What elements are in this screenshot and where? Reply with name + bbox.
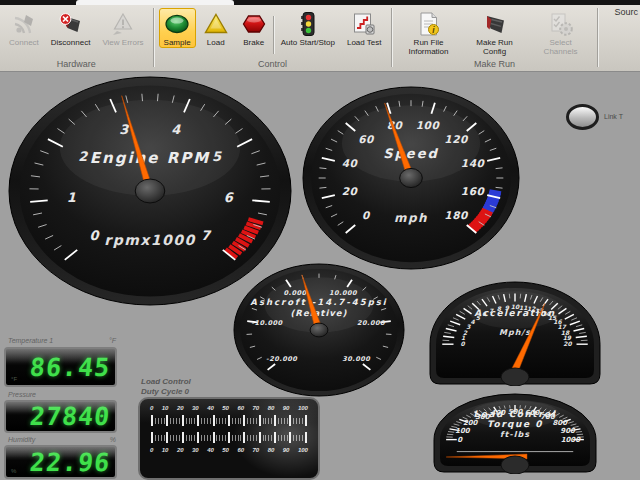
duty-tick [197,432,199,443]
display-inner-unit: % [11,468,16,474]
svg-text:6: 6 [224,190,235,205]
toolbar-separator [391,8,392,67]
speed-gauge: 020406080100120140160180Speedmph [302,86,520,270]
svg-text:100: 100 [455,427,471,435]
duty-tick [194,435,195,441]
auto-start-stop-button[interactable]: Auto Start/Stop [276,8,340,48]
svg-text:Acceleration: Acceleration [474,308,555,318]
svg-text:140: 140 [461,157,486,169]
toolbar-group-label: Control [155,58,391,71]
toolbar-separator [597,8,598,67]
duty-scale-number: 30 [192,405,199,411]
svg-text:(Relative): (Relative) [290,308,347,318]
pressure-gauge: -20.000-10.0000.00010.00020.00030.000Ash… [233,263,405,397]
duty-tick [179,435,180,441]
svg-text:900: 900 [560,427,576,435]
svg-text:20.000: 20.000 [357,319,386,327]
make-run-config-button[interactable]: Make Run Config [463,8,527,57]
svg-text:ft-lbs: ft-lbs [500,430,530,439]
button-label: Make Run Config [468,38,522,56]
duty-tick [155,418,156,424]
link-status-label: Link T [604,113,623,120]
humidity-value: 22.96 [28,450,116,475]
svg-text:Mph/s: Mph/s [499,328,531,337]
acceleration-gauge: 01234567891011121314151617181920Accelera… [427,276,603,386]
svg-text:Engine RPM: Engine RPM [90,149,210,167]
button-label: Load [207,38,225,47]
svg-text:60: 60 [358,133,375,145]
svg-text:Ashcroft -14.7-45psi: Ashcroft -14.7-45psi [250,297,387,307]
button-label: Auto Start/Stop [281,38,335,47]
dashboard-window: ConnectDisconnectView ErrorsHardwareSamp… [0,0,640,480]
toolbar-group-make-run: iRun File InformationMake Run ConfigSele… [393,0,597,71]
button-label: Disconnect [51,38,91,47]
load-triangle-icon [203,11,229,37]
button-label: Run File Information [402,38,456,56]
duty-tick [164,435,165,441]
svg-text:40: 40 [342,157,359,169]
svg-text:120: 120 [444,133,469,145]
load-test-button[interactable]: Load Test [342,8,387,48]
temperature-value: 86.45 [28,355,116,380]
duty-tick [207,435,208,441]
duty-tick [197,415,199,426]
duty-tick [161,435,162,441]
duty-panel-glare [233,399,320,478]
duty-tick [151,415,153,426]
svg-text:-20.000: -20.000 [266,355,298,363]
duty-tick [219,435,220,441]
svg-text:mph: mph [394,211,428,225]
humidity-display-label: Humidity % [8,436,116,443]
ribbon-tab-strip [0,0,640,5]
ribbon-toolbar: ConnectDisconnectView ErrorsHardwareSamp… [0,0,640,72]
duty-scale-number: 20 [177,447,184,453]
brake-button[interactable]: Brake [236,8,272,48]
svg-text:100: 100 [416,119,441,131]
duty-tick [173,418,174,424]
duty-tick [186,418,187,424]
duty-scale-number: 40 [207,447,214,453]
svg-text:180: 180 [444,209,469,221]
duty-cycle-slider[interactable]: 0102030405060708090100 01020304050607080… [138,397,320,480]
display-label-text: Pressure [8,391,36,398]
svg-text:0: 0 [89,228,100,243]
channels-icon [548,11,574,37]
load-button[interactable]: Load [198,8,234,48]
duty-cycle-label-line2: Duty Cycle 0 [141,387,191,397]
duty-tick [176,418,177,424]
duty-tick [170,418,171,424]
select-channels-button: Select Channels [529,8,593,57]
duty-tick [179,418,180,424]
source-group-label: Sourc [614,7,638,17]
duty-tick [216,418,217,424]
duty-tick [194,418,195,424]
traffic-light-icon [295,11,321,37]
duty-tick [170,435,171,441]
duty-tick [213,415,215,426]
button-label: Load Test [347,38,382,47]
svg-text:1000: 1000 [561,436,582,444]
duty-tick [204,435,205,441]
duty-tick [189,418,190,424]
view-errors-button: View Errors [97,8,148,48]
duty-tick [201,418,202,424]
duty-tick [182,415,184,426]
disconnect-button[interactable]: Disconnect [46,8,96,48]
duty-scale-number: 20 [177,405,184,411]
toolbar-group-label: Hardware [0,58,153,71]
button-label: Connect [9,38,39,47]
toolbar-group-label: Make Run [393,58,597,71]
ribbon-active-tab[interactable] [76,0,234,5]
svg-text:Load Control: Load Control [474,409,557,419]
duty-tick [191,435,192,441]
duty-tick [228,415,230,426]
button-label: Brake [243,38,264,47]
duty-scale-number: 40 [207,405,214,411]
svg-text:rpmx1000: rpmx1000 [104,232,196,248]
duty-scale-number: 50 [222,447,229,453]
sample-button[interactable]: Sample [159,8,196,48]
file-info-icon: i [416,11,442,37]
run-file-information-button[interactable]: iRun File Information [397,8,461,57]
toolbar-group-control: SampleLoadBrakeAuto Start/StopLoad TestC… [155,0,391,71]
link-status-led [566,104,599,130]
